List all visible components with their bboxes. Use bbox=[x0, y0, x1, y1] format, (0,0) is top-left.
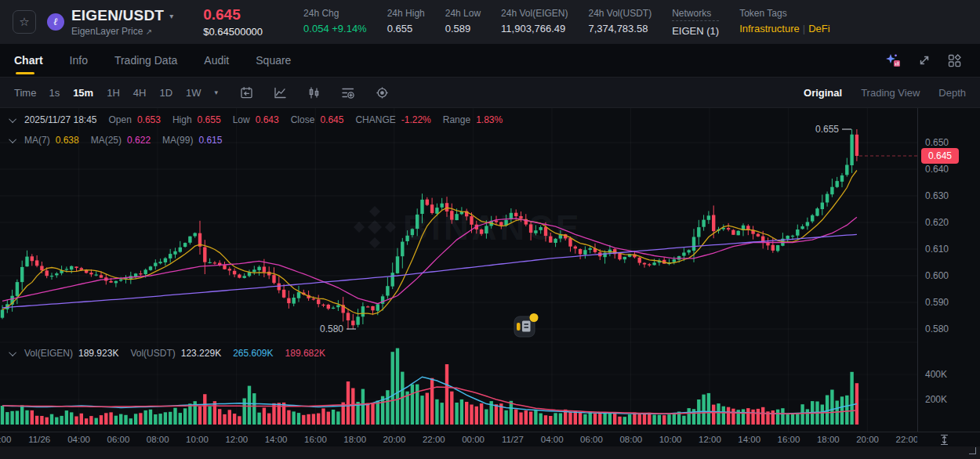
tab-trading-data[interactable]: Trading Data bbox=[114, 44, 177, 77]
pair-selector[interactable]: ℓ EIGEN/USDT ▾ EigenLayer Price ↗ bbox=[47, 7, 173, 37]
tab-chart[interactable]: Chart bbox=[14, 44, 43, 77]
time-tick: 06:00 bbox=[107, 435, 130, 444]
page-tabs: ChartInfoTrading DataAuditSquare bbox=[14, 44, 318, 77]
page-tabbar: ChartInfoTrading DataAuditSquare bbox=[0, 44, 980, 77]
ai-analysis-button[interactable] bbox=[885, 53, 901, 67]
ticker-stats: 24h Chg0.054 +9.14%24h High0.65524h Low0… bbox=[283, 8, 830, 37]
low-annotation: 0.580 bbox=[320, 323, 343, 334]
interval-group: 1s15m1H4H1D1W bbox=[49, 87, 214, 99]
widgets-button[interactable] bbox=[948, 54, 961, 67]
interval-1w[interactable]: 1W bbox=[186, 87, 201, 99]
pair-subtitle-link[interactable]: EigenLayer Price ↗ bbox=[71, 26, 173, 37]
resize-corner-handle[interactable] bbox=[969, 447, 976, 454]
stat-24h-vol-eigen: 24h Vol(EIGEN)11,903,766.49 bbox=[501, 8, 568, 37]
jump-to-date-button[interactable] bbox=[240, 86, 253, 99]
favorite-button[interactable]: ☆ bbox=[13, 10, 36, 34]
time-tick: 12:00 bbox=[225, 435, 248, 444]
stat-value: 0.589 bbox=[445, 23, 481, 34]
ohlc-label-open: Open bbox=[109, 114, 132, 125]
price-tick: 0.610 bbox=[925, 244, 949, 255]
volume-legend: Vol(EIGEN)189.923KVol(USDT)123.229K265.6… bbox=[11, 348, 337, 359]
pair-name[interactable]: EIGEN/USDT bbox=[71, 7, 164, 24]
ohlc-label-high: High bbox=[172, 114, 192, 125]
stat-label: 24h Low bbox=[445, 8, 481, 19]
vol-value-0: 189.923K bbox=[78, 348, 118, 359]
time-tick: 16:00 bbox=[778, 435, 800, 444]
stat-24h-high: 24h High0.655 bbox=[387, 8, 425, 37]
interval-1s[interactable]: 1s bbox=[49, 87, 60, 99]
time-tick: 22:00 bbox=[423, 435, 445, 444]
candle-type-button[interactable] bbox=[307, 86, 321, 99]
stat-24h-vol-usdt: 24h Vol(USDT)7,374,783.58 bbox=[588, 8, 652, 37]
price-tick: 0.630 bbox=[925, 190, 949, 201]
interval-15m[interactable]: 15m bbox=[73, 87, 93, 99]
stat-value: EIGEN (1) bbox=[672, 25, 719, 37]
tab-audit[interactable]: Audit bbox=[204, 44, 229, 77]
indicator-settings-icon bbox=[341, 86, 355, 99]
indicators-button[interactable] bbox=[341, 86, 355, 99]
time-tick: 10:00 bbox=[186, 435, 209, 444]
tag-separator: | bbox=[800, 23, 808, 34]
time-tick: 00:00 bbox=[0, 435, 11, 444]
time-tick: 11/26 bbox=[28, 435, 50, 444]
stat-label: 24h High bbox=[387, 8, 425, 19]
stat-24h-chg: 24h Chg0.054 +9.14% bbox=[303, 8, 367, 37]
gear-icon bbox=[376, 86, 389, 99]
interval-more-dropdown[interactable]: ▾ bbox=[215, 89, 219, 96]
stat-label: 24h Chg bbox=[303, 8, 367, 19]
chart-settings-button[interactable] bbox=[376, 86, 389, 99]
view-trading-view[interactable]: Trading View bbox=[861, 87, 920, 99]
widgets-grid-icon bbox=[948, 54, 961, 67]
time-tick: 00:00 bbox=[462, 435, 485, 444]
chart-toolbar: Time 1s15m1H4H1D1W ▾ bbox=[0, 77, 980, 108]
stat-value: 0.054 +9.14% bbox=[303, 23, 367, 34]
interval-4h[interactable]: 4H bbox=[133, 87, 147, 99]
price-tick: 0.590 bbox=[925, 297, 949, 308]
chart-canvas[interactable]: BINANCE0.6550.580 bbox=[0, 108, 917, 432]
stat-label: Networks bbox=[672, 8, 719, 21]
price-tick: 0.580 bbox=[925, 323, 949, 334]
stat-value: 7,374,783.58 bbox=[588, 23, 652, 34]
chevron-down-icon: ▾ bbox=[169, 12, 173, 20]
stat-token-tags: Token TagsInfrastructure|DeFi bbox=[739, 8, 829, 37]
tab-info[interactable]: Info bbox=[70, 44, 88, 77]
eigenlayer-logo: ℓ bbox=[47, 13, 64, 31]
chart-style-button[interactable] bbox=[274, 86, 287, 99]
vol-value-2: 265.609K bbox=[233, 348, 273, 359]
tab-square[interactable]: Square bbox=[256, 44, 291, 77]
volume-tick: 200K bbox=[925, 394, 947, 405]
time-tick: 20:00 bbox=[856, 435, 879, 444]
token-tag-infrastructure[interactable]: Infrastructure bbox=[739, 23, 800, 34]
time-tick: 18:00 bbox=[817, 435, 840, 444]
ma-value-ma-7: 0.638 bbox=[56, 135, 79, 146]
ohlc-label-low: Low bbox=[233, 114, 250, 125]
token-tag-defi[interactable]: DeFi bbox=[808, 23, 829, 34]
candlestick-icon bbox=[307, 86, 321, 99]
time-tick: 14:00 bbox=[738, 435, 760, 444]
trading-app: ☆ ℓ EIGEN/USDT ▾ EigenLayer Price ↗ 0.64… bbox=[0, 0, 980, 459]
price-axis[interactable]: 0.6500.6400.6300.6200.6100.6000.5900.580… bbox=[917, 108, 980, 432]
ma-label-ma-25: MA(25) bbox=[91, 135, 122, 146]
fullscreen-button[interactable] bbox=[918, 54, 931, 67]
news-event-marker[interactable] bbox=[514, 313, 539, 337]
interval-1h[interactable]: 1H bbox=[107, 87, 120, 99]
ma-value-ma-25: 0.622 bbox=[127, 135, 151, 146]
view-original[interactable]: Original bbox=[804, 87, 842, 99]
ma-label-ma-99: MA(99) bbox=[162, 135, 193, 146]
view-depth[interactable]: Depth bbox=[938, 87, 966, 99]
calendar-icon bbox=[240, 86, 253, 99]
fiat-price: $0.64500000 bbox=[203, 26, 263, 38]
ohlc-label-change: CHANGE bbox=[355, 114, 395, 125]
time-axis[interactable]: 00:0011/2604:0006:0008:0010:0012:0014:00… bbox=[0, 432, 980, 446]
star-icon: ☆ bbox=[19, 15, 29, 29]
bottom-strip bbox=[0, 446, 980, 459]
volume-tick: 400K bbox=[925, 369, 947, 380]
ohlc-value-low: 0.643 bbox=[256, 114, 279, 125]
ohlc-legend: 2025/11/27 18:45 Open0.653High0.655Low0.… bbox=[11, 114, 514, 125]
ma-value-ma-99: 0.615 bbox=[198, 135, 222, 146]
time-tick: 04:00 bbox=[541, 435, 564, 444]
time-tick: 22:00 bbox=[896, 435, 918, 444]
stat-value: 0.655 bbox=[387, 23, 425, 34]
interval-1d[interactable]: 1D bbox=[159, 87, 172, 99]
last-price: 0.645 bbox=[203, 6, 263, 23]
